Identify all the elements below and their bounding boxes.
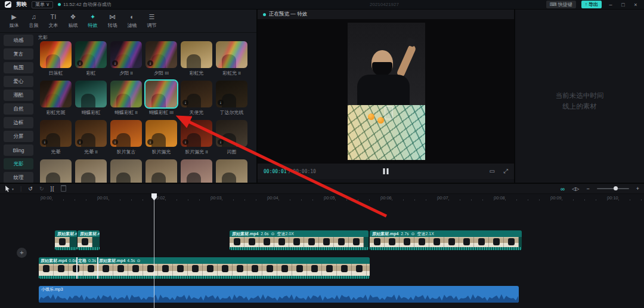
effect-item[interactable]: ↓胶片漏光	[144, 120, 179, 159]
tab-adjust[interactable]: ☰调节	[143, 10, 161, 32]
effect-thumbnail[interactable]	[75, 81, 107, 107]
maximize-button[interactable]: □	[620, 2, 627, 8]
tab-audio[interactable]: ♫音频	[24, 10, 43, 32]
undo-button[interactable]: ↺	[28, 186, 33, 192]
select-tool[interactable]: ▾	[5, 186, 14, 192]
pause-button[interactable]	[383, 168, 389, 174]
effect-item[interactable]: ↓光晕 II	[73, 120, 109, 159]
effect-item[interactable]	[214, 159, 249, 183]
effect-thumbnail[interactable]	[145, 81, 177, 107]
export-button[interactable]: ↑ 导出	[581, 1, 602, 8]
zoom-slider-knob[interactable]	[614, 186, 618, 190]
effect-item[interactable]: 蝴蝶彩虹 II	[109, 81, 144, 120]
category-item-2[interactable]: 复古	[4, 48, 33, 60]
effect-item[interactable]: ↓丁达尔光线	[214, 81, 249, 120]
zoom-in-button[interactable]: +	[636, 186, 639, 192]
tab-text[interactable]: TI文本	[44, 10, 63, 32]
sticker-icon: ❖	[70, 13, 76, 21]
effect-item[interactable]: 彩虹光	[179, 41, 214, 81]
audio-clip[interactable]: 小饿乐.mp3	[39, 286, 519, 303]
zoom-out-button[interactable]: −	[586, 186, 589, 192]
zoom-slider[interactable]	[597, 188, 629, 189]
video-clip[interactable]: 原始素材.m	[55, 230, 77, 250]
effect-thumbnail[interactable]: ↓	[40, 120, 72, 147]
video-clip[interactable]: 原始素材.mp42.7s⊙变速2.1X	[370, 230, 522, 250]
effect-thumbnail[interactable]	[181, 41, 212, 68]
preview-video[interactable]	[348, 23, 425, 160]
segment-divider[interactable]	[76, 257, 78, 279]
delete-button[interactable]	[61, 185, 66, 193]
effect-item[interactable]: 彩虹光 II	[214, 41, 249, 81]
effect-thumbnail[interactable]: ↓	[181, 120, 212, 147]
effect-item[interactable]: ↓胶片漏光 II	[179, 120, 214, 159]
tab-media[interactable]: ▶媒体	[5, 10, 23, 32]
preview-axis-button[interactable]: ◁▷	[572, 186, 579, 192]
split-button[interactable]: ][	[50, 186, 54, 192]
category-item-9[interactable]: Bling	[4, 144, 33, 156]
category-item-11[interactable]: 纹理	[4, 172, 33, 183]
category-item-6[interactable]: 自然	[4, 103, 33, 115]
effect-thumbnail[interactable]: ↓	[110, 120, 142, 147]
effect-thumbnail[interactable]: ↓	[110, 41, 142, 68]
effect-thumbnail[interactable]	[110, 81, 142, 107]
effect-item[interactable]: 蝴蝶彩虹	[73, 81, 109, 120]
category-item-4[interactable]: 爱心	[4, 76, 33, 87]
effect-item[interactable]	[109, 159, 144, 183]
effect-thumbnail[interactable]	[216, 41, 247, 68]
effect-item[interactable]: ↓光晕	[38, 120, 73, 159]
effect-thumbnail[interactable]: ↓	[145, 41, 177, 68]
effect-item[interactable]: 日落虹	[38, 41, 73, 81]
effect-item[interactable]	[38, 159, 73, 183]
effect-thumbnail[interactable]	[40, 81, 72, 107]
shortcuts-button[interactable]: ⌨ 快捷键	[546, 1, 576, 8]
close-button[interactable]: ×	[632, 2, 639, 8]
effect-thumbnail[interactable]	[216, 159, 247, 183]
effect-thumbnail[interactable]: ↓	[216, 120, 247, 147]
effect-thumbnail[interactable]: ↓	[181, 81, 212, 107]
effect-thumbnail[interactable]: ↓	[75, 120, 107, 147]
effect-thumbnail[interactable]: ↓	[216, 81, 247, 107]
effect-thumbnail[interactable]	[40, 41, 72, 68]
effect-item[interactable]: ↓夕阳 III	[144, 41, 179, 81]
fullscreen-button[interactable]: ⤢	[503, 168, 508, 175]
effect-thumbnail[interactable]: ↓	[75, 41, 107, 68]
effect-item[interactable]: 蝴蝶彩虹 III	[144, 81, 179, 120]
minimize-button[interactable]: –	[607, 2, 614, 8]
effect-thumbnail[interactable]	[181, 159, 212, 183]
effect-item[interactable]: 彩虹光斑	[38, 81, 73, 120]
category-item-10[interactable]: 光影	[4, 158, 33, 170]
segment-divider[interactable]	[97, 257, 98, 279]
effect-thumbnail[interactable]	[110, 159, 142, 183]
video-clip[interactable]: 原始素材.m	[78, 230, 100, 250]
category-item-1[interactable]: 动感	[4, 35, 33, 46]
effect-item[interactable]	[144, 159, 179, 183]
video-clip[interactable]: 原始素材.mp40.6s定格0.3s原始素材.mp44.5s⊙	[39, 257, 370, 279]
effect-item[interactable]: ↓彩虹	[73, 41, 109, 81]
menu-button[interactable]: 菜单 ∨	[32, 1, 53, 8]
tab-filter[interactable]: ◐滤镜	[123, 10, 141, 32]
effect-item[interactable]: ↓夕阳 II	[109, 41, 144, 81]
effect-item[interactable]: ↓闪图	[214, 120, 249, 159]
category-item-7[interactable]: 边框	[4, 117, 33, 128]
playhead[interactable]	[154, 193, 154, 308]
tab-transition[interactable]: ⋈转场	[103, 10, 122, 32]
effect-item[interactable]: ↓胶片复古	[109, 120, 144, 159]
ratio-button[interactable]: ▭	[490, 168, 495, 175]
effect-thumbnail[interactable]	[75, 159, 107, 183]
video-clip[interactable]: 原始素材.mp42.6s⊙变速2.0X	[230, 230, 369, 250]
effect-thumbnail[interactable]	[145, 159, 177, 183]
effect-item[interactable]	[179, 159, 214, 183]
effect-item[interactable]: ↓天使光	[179, 81, 214, 120]
effect-item[interactable]	[73, 159, 109, 183]
category-item-5[interactable]: 潮酷	[4, 90, 33, 101]
tab-effects[interactable]: ✦特效	[83, 10, 102, 32]
timeline-ruler[interactable]: 00:0000:0100:0200:0300:0400:0500:0600:07…	[0, 193, 644, 202]
effect-thumbnail[interactable]: ↓	[145, 120, 177, 147]
add-track-button[interactable]: +	[17, 248, 27, 258]
category-item-3[interactable]: 氛围	[4, 62, 33, 73]
effect-thumbnail[interactable]	[40, 159, 72, 183]
tab-sticker[interactable]: ❖贴纸	[64, 10, 82, 32]
link-toggle[interactable]: ∞	[561, 186, 565, 192]
redo-button[interactable]: ↻	[39, 186, 44, 192]
category-item-8[interactable]: 分屏	[4, 131, 33, 142]
